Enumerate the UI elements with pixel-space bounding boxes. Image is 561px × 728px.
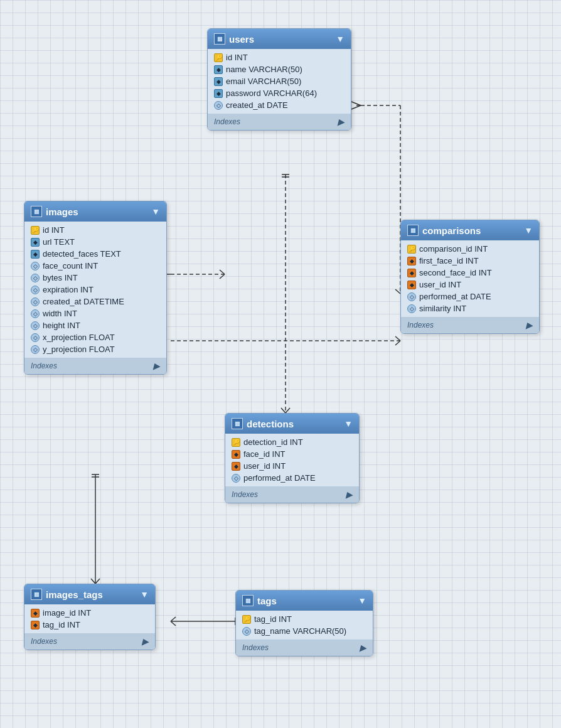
nullable-icon: ◇ xyxy=(232,474,240,483)
table-users: ▦ users ▼ 🔑 id INT ◆ name VARCHAR(50) ◆ … xyxy=(207,28,351,131)
field-row: ◆ detected_faces TEXT xyxy=(24,248,166,260)
field-name: width INT xyxy=(43,309,77,318)
field-name: user_id INT xyxy=(419,280,461,289)
table-comparisons-chevron: ▼ xyxy=(524,225,533,235)
table-detections-header[interactable]: ▦ detections ▼ xyxy=(225,414,359,434)
field-name: face_id INT xyxy=(243,449,285,459)
table-users-icon: ▦ xyxy=(214,33,225,45)
pk-icon: 🔑 xyxy=(232,438,240,447)
field-name: second_face_id INT xyxy=(419,268,492,277)
table-tags: ▦ tags ▼ 🔑 tag_id INT ◇ tag_name VARCHAR… xyxy=(235,590,373,656)
indexes-arrow: ▶ xyxy=(142,636,149,646)
field-row: ◆ email VARCHAR(50) xyxy=(208,75,351,87)
indexes-arrow: ▶ xyxy=(153,361,160,371)
indexes-label: Indexes xyxy=(214,117,240,126)
field-name: tag_id INT xyxy=(254,614,292,624)
svg-line-26 xyxy=(91,579,95,584)
fk-icon: ◆ xyxy=(407,257,416,265)
field-row: ◇ width INT xyxy=(24,308,166,319)
field-row: 🔑 id INT xyxy=(208,51,351,63)
field-name: image_id INT xyxy=(43,608,91,618)
svg-line-14 xyxy=(220,270,225,274)
table-images-header[interactable]: ▦ images ▼ xyxy=(24,201,166,222)
field-row: ◆ tag_id INT xyxy=(24,619,155,631)
field-row: ◇ similarity INT xyxy=(401,302,539,314)
svg-line-2 xyxy=(395,289,400,294)
nullable-icon: ◇ xyxy=(31,345,40,354)
field-name: face_count INT xyxy=(43,261,98,270)
nullable-icon: ◇ xyxy=(31,309,40,318)
field-row: ◆ second_face_id INT xyxy=(401,267,539,279)
field-name: detection_id INT xyxy=(243,437,303,447)
table-users-chevron: ▼ xyxy=(336,34,345,44)
indexes-row-images-tags[interactable]: Indexes ▶ xyxy=(24,633,155,650)
table-images: ▦ images ▼ 🔑 id INT ◆ url TEXT ◆ detecte… xyxy=(24,201,167,375)
table-comparisons-header[interactable]: ▦ comparisons ▼ xyxy=(401,220,539,240)
field-name: detected_faces TEXT xyxy=(43,249,121,259)
nullable-icon: ◇ xyxy=(407,292,416,301)
svg-line-30 xyxy=(171,621,176,626)
table-tags-name: tags xyxy=(257,596,277,606)
fk-icon: ◆ xyxy=(407,281,416,289)
table-tags-header[interactable]: ▦ tags ▼ xyxy=(236,591,373,611)
nullable-icon: ◇ xyxy=(31,274,40,282)
field-row: ◆ name VARCHAR(50) xyxy=(208,63,351,75)
field-name: tag_name VARCHAR(50) xyxy=(254,626,346,636)
field-row: ◇ y_projection FLOAT xyxy=(24,343,166,355)
field-row: ◆ password VARCHAR(64) xyxy=(208,87,351,99)
field-name: first_face_id INT xyxy=(419,256,479,265)
indexes-row-images[interactable]: Indexes ▶ xyxy=(24,358,166,374)
table-images-tags-name: images_tags xyxy=(46,589,103,600)
field-name: user_id INT xyxy=(243,461,286,471)
svg-line-8 xyxy=(281,408,286,413)
indexes-row-comparisons[interactable]: Indexes ▶ xyxy=(401,317,539,333)
table-images-name: images xyxy=(46,206,78,217)
field-name: expiration INT xyxy=(43,285,94,294)
table-comparisons-icon: ▦ xyxy=(407,225,419,236)
table-tags-body: 🔑 tag_id INT ◇ tag_name VARCHAR(50) xyxy=(236,611,373,640)
regular-icon: ◆ xyxy=(31,238,40,247)
table-comparisons-body: 🔑 comparison_id INT ◆ first_face_id INT … xyxy=(401,240,539,317)
table-detections-icon: ▦ xyxy=(232,418,243,429)
table-images-icon: ▦ xyxy=(31,206,42,217)
field-name: created_at DATETIME xyxy=(43,297,124,306)
indexes-row-users[interactable]: Indexes ▶ xyxy=(208,114,351,130)
table-detections-body: 🔑 detection_id INT ◆ face_id INT ◆ user_… xyxy=(225,434,359,486)
table-images-tags-icon: ▦ xyxy=(31,589,42,600)
table-images-tags-header[interactable]: ▦ images_tags ▼ xyxy=(24,584,155,604)
fk-icon: ◆ xyxy=(31,621,40,629)
field-name: name VARCHAR(50) xyxy=(226,65,302,74)
regular-icon: ◆ xyxy=(214,89,223,98)
indexes-arrow: ▶ xyxy=(346,490,353,500)
field-name: password VARCHAR(64) xyxy=(226,88,317,98)
indexes-arrow: ▶ xyxy=(338,117,345,127)
field-name: bytes INT xyxy=(43,273,78,282)
table-images-tags-chevron: ▼ xyxy=(140,589,149,599)
field-name: y_projection FLOAT xyxy=(43,345,115,354)
nullable-icon: ◇ xyxy=(31,321,40,330)
svg-line-19 xyxy=(395,336,400,341)
field-row: ◇ performed_at DATE xyxy=(401,291,539,302)
field-row: ◆ first_face_id INT xyxy=(401,255,539,267)
field-name: tag_id INT xyxy=(43,620,80,629)
indexes-label: Indexes xyxy=(242,643,269,652)
field-name: comparison_id INT xyxy=(419,244,488,254)
field-row: ◇ expiration INT xyxy=(24,284,166,296)
svg-line-4 xyxy=(351,102,361,105)
regular-icon: ◆ xyxy=(31,250,40,259)
indexes-row-tags[interactable]: Indexes ▶ xyxy=(236,640,373,656)
field-row: ◆ face_id INT xyxy=(225,448,359,460)
svg-line-20 xyxy=(395,341,400,345)
field-row: ◆ url TEXT xyxy=(24,236,166,248)
table-detections-chevron: ▼ xyxy=(344,419,353,429)
indexes-row-detections[interactable]: Indexes ▶ xyxy=(225,486,359,503)
field-row: 🔑 tag_id INT xyxy=(236,613,373,625)
table-images-chevron: ▼ xyxy=(151,206,160,217)
table-users-header[interactable]: ▦ users ▼ xyxy=(208,29,351,49)
indexes-label: Indexes xyxy=(31,637,57,646)
field-row: ◇ created_at DATETIME xyxy=(24,296,166,308)
indexes-label: Indexes xyxy=(232,490,258,499)
pk-icon: 🔑 xyxy=(31,226,40,235)
nullable-icon: ◇ xyxy=(31,297,40,306)
table-tags-icon: ▦ xyxy=(242,595,254,606)
